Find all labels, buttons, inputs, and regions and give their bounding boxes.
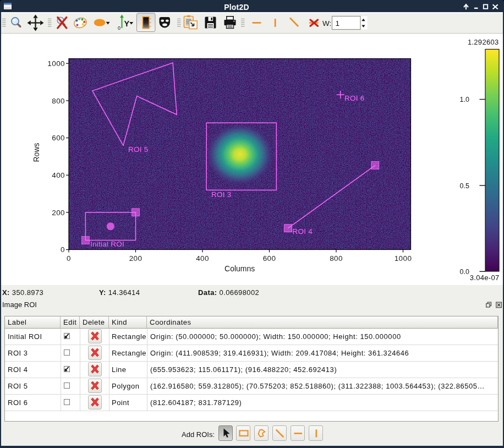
svg-text:0: 0 bbox=[67, 254, 71, 263]
svg-text:W:: W: bbox=[322, 19, 331, 28]
svg-text:1: 1 bbox=[336, 19, 340, 28]
svg-text:0: 0 bbox=[61, 245, 65, 254]
svg-text:200: 200 bbox=[52, 209, 65, 217]
svg-text:Y: Y bbox=[124, 19, 130, 28]
svg-text:400: 400 bbox=[52, 171, 65, 179]
svg-text:800: 800 bbox=[52, 97, 65, 105]
svg-text:400: 400 bbox=[196, 254, 209, 263]
svg-text:ROI 6: ROI 6 bbox=[344, 94, 365, 102]
svg-text:ROI 5: ROI 5 bbox=[128, 145, 149, 154]
svg-text:600: 600 bbox=[263, 254, 276, 263]
svg-text:ROI 4: ROI 4 bbox=[293, 227, 313, 236]
svg-text:0.5: 0.5 bbox=[460, 182, 469, 190]
svg-text:Initial ROI: Initial ROI bbox=[90, 240, 124, 248]
svg-text:Columns: Columns bbox=[224, 264, 255, 273]
svg-text:800: 800 bbox=[330, 254, 343, 263]
svg-text:0: 0 bbox=[118, 25, 120, 31]
svg-text:3.04e-07: 3.04e-07 bbox=[470, 274, 500, 282]
svg-text:200: 200 bbox=[129, 254, 143, 263]
svg-text:Rows: Rows bbox=[32, 143, 41, 162]
svg-text:1.0: 1.0 bbox=[460, 96, 469, 103]
svg-text:1000: 1000 bbox=[395, 254, 412, 263]
svg-text:0.0: 0.0 bbox=[460, 268, 469, 276]
svg-text:1000: 1000 bbox=[47, 59, 65, 68]
svg-text:600: 600 bbox=[52, 134, 65, 142]
svg-text:1.292603: 1.292603 bbox=[468, 38, 499, 46]
svg-text:ROI 3: ROI 3 bbox=[211, 190, 232, 199]
